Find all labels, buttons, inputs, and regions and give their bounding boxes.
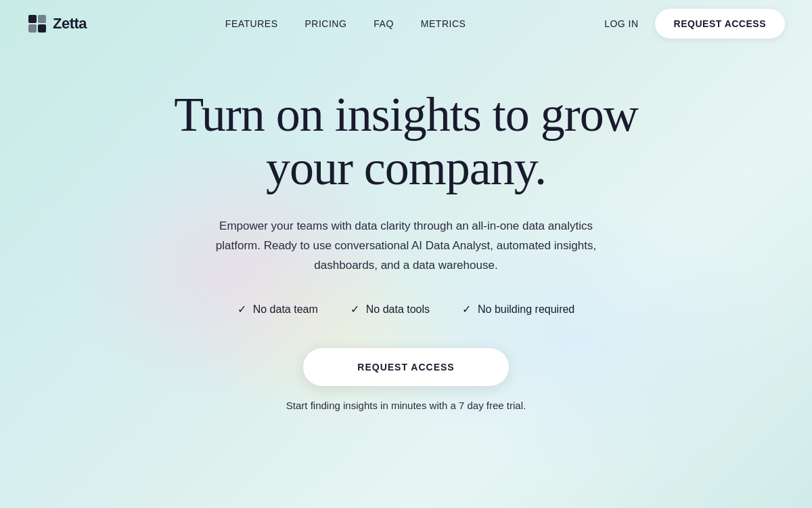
feature-item-2: ✓ No data tools [351, 303, 430, 316]
request-access-hero-button[interactable]: REQUEST ACCESS [303, 348, 508, 386]
nav-link-pricing[interactable]: PRICING [304, 18, 346, 29]
feature-text-2: No data tools [366, 303, 430, 316]
navbar: Zetta FEATURES PRICING FAQ METRICS LOG I… [0, 0, 812, 47]
svg-rect-2 [28, 24, 37, 33]
hero-title: Turn on insights to grow your company. [135, 88, 677, 195]
check-icon-2: ✓ [351, 303, 359, 316]
svg-rect-3 [38, 24, 46, 33]
feature-item-3: ✓ No building required [462, 303, 574, 316]
nav-links: FEATURES PRICING FAQ METRICS [225, 18, 466, 29]
nav-link-faq[interactable]: FAQ [374, 18, 394, 29]
login-link[interactable]: LOG IN [604, 18, 638, 29]
feature-text-1: No data team [253, 303, 318, 316]
logo-text: Zetta [53, 15, 87, 33]
nav-link-features[interactable]: FEATURES [225, 18, 278, 29]
hero-section: Turn on insights to grow your company. E… [0, 47, 812, 411]
hero-note: Start finding insights in minutes with a… [286, 400, 526, 411]
feature-text-3: No building required [478, 303, 574, 316]
logo[interactable]: Zetta [27, 14, 87, 34]
logo-icon [27, 14, 47, 34]
request-access-nav-button[interactable]: REQUEST ACCESS [655, 9, 785, 39]
nav-actions: LOG IN REQUEST ACCESS [604, 9, 785, 39]
svg-rect-1 [38, 15, 46, 23]
svg-rect-0 [28, 15, 37, 23]
nav-link-metrics[interactable]: METRICS [421, 18, 466, 29]
check-icon-3: ✓ [462, 303, 471, 316]
hero-subtitle: Empower your teams with data clarity thr… [196, 217, 616, 276]
feature-item-1: ✓ No data team [238, 303, 318, 316]
check-icon-1: ✓ [238, 303, 246, 316]
features-list: ✓ No data team ✓ No data tools ✓ No buil… [238, 303, 575, 316]
